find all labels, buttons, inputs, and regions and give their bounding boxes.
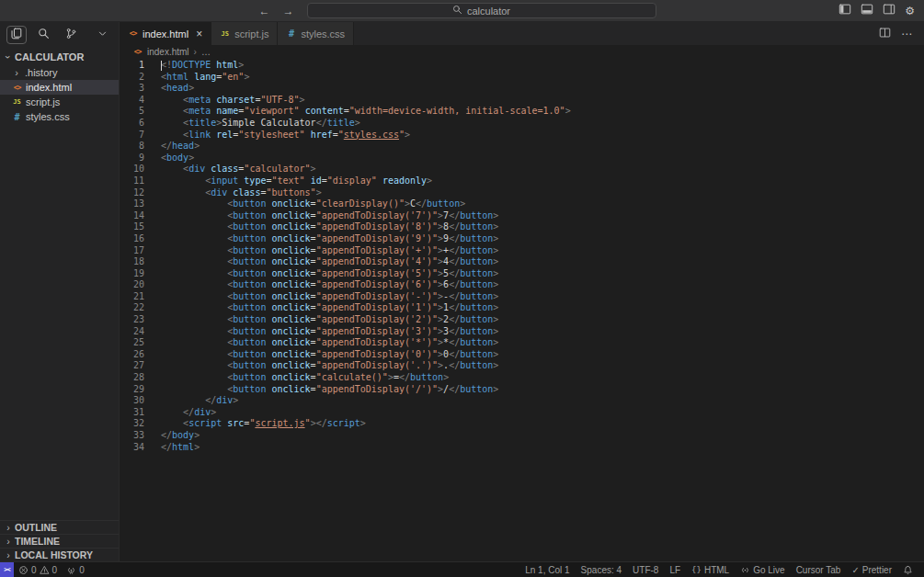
more-actions-icon[interactable]: ⋯ <box>901 28 913 40</box>
tab-index-html[interactable]: <> index.html × <box>120 22 211 45</box>
search-view-button[interactable] <box>34 26 54 44</box>
settings-gear-icon[interactable]: ⚙ <box>905 5 915 17</box>
code-line[interactable]: 28 <button onclick="calculate()">=</butt… <box>120 372 924 384</box>
language-mode-icon: {} <box>691 565 702 574</box>
chevron-right-icon: › <box>4 522 13 533</box>
code-line[interactable]: 20 <button onclick="appendToDisplay('6')… <box>120 279 924 291</box>
code-area[interactable]: 1<!DOCTYPE html>2<html lang="en">3<head>… <box>120 58 924 561</box>
code-line[interactable]: 33</body> <box>120 430 924 442</box>
code-line[interactable]: 10 <div class="calculator"> <box>120 164 924 175</box>
ports-indicator[interactable]: 0 <box>62 562 89 577</box>
tab-script-js[interactable]: JS script.js <box>211 22 278 45</box>
line-number: 18 <box>120 256 144 268</box>
line-number: 14 <box>120 210 144 222</box>
code-line[interactable]: 31 </div> <box>120 407 924 419</box>
code-line[interactable]: 18 <button onclick="appendToDisplay('4')… <box>120 256 924 268</box>
prettier-status[interactable]: ✓ Prettier <box>846 562 897 577</box>
tree-item-index-html[interactable]: <> index.html <box>0 80 119 95</box>
split-editor-icon[interactable] <box>879 26 891 42</box>
language-label: HTML <box>704 565 729 575</box>
code-line[interactable]: 27 <button onclick="appendToDisplay('.')… <box>120 360 924 372</box>
code-line[interactable]: 17 <button onclick="appendToDisplay('+')… <box>120 245 924 257</box>
close-icon[interactable]: × <box>196 28 202 40</box>
tabbar: <> index.html × JS script.js # styles.cs… <box>120 22 924 45</box>
code-line[interactable]: 16 <button onclick="appendToDisplay('9')… <box>120 233 924 245</box>
local-history-section[interactable]: › LOCAL HISTORY <box>0 548 119 561</box>
cursor-tab-toggle[interactable]: Cursor Tab <box>791 562 847 577</box>
warning-icon <box>40 565 50 575</box>
code-line[interactable]: 2<html lang="en"> <box>120 72 924 84</box>
tree-item-script-js[interactable]: JS script.js <box>0 95 119 109</box>
toggle-secondary-sidebar-icon[interactable] <box>883 3 895 19</box>
code-line[interactable]: 23 <button onclick="appendToDisplay('2')… <box>120 314 924 326</box>
activity-bar <box>0 23 119 46</box>
code-line[interactable]: 26 <button onclick="appendToDisplay('0')… <box>120 349 924 361</box>
language-mode[interactable]: {} HTML <box>686 562 735 577</box>
line-number: 9 <box>120 153 144 164</box>
explorer-view-button[interactable] <box>6 26 27 44</box>
encoding[interactable]: UTF-8 <box>627 562 664 577</box>
code-line[interactable]: 19 <button onclick="appendToDisplay('5')… <box>120 268 924 280</box>
code-line[interactable]: 15 <button onclick="appendToDisplay('8')… <box>120 221 924 233</box>
line-number: 29 <box>120 384 144 396</box>
tab-label: index.html <box>143 28 188 40</box>
forward-icon[interactable]: → <box>283 5 294 17</box>
code-line[interactable]: 7 <link rel="stylesheet" href="styles.cs… <box>120 130 924 141</box>
code-line[interactable]: 4 <meta charset="UTF-8"> <box>120 95 924 107</box>
editor-actions: ⋯ <box>879 22 924 45</box>
code-line[interactable]: 11 <input type="text" id="display" reado… <box>120 175 924 187</box>
code-line[interactable]: 8</head> <box>120 141 924 153</box>
code-line[interactable]: 24 <button onclick="appendToDisplay('3')… <box>120 326 924 338</box>
remote-indicator[interactable]: >< <box>0 562 14 577</box>
code-line[interactable]: 5 <meta name="viewport" content="width=d… <box>120 106 924 118</box>
code-line[interactable]: 21 <button onclick="appendToDisplay('-')… <box>120 291 924 303</box>
tree-item-history[interactable]: › .history <box>0 65 119 80</box>
chevron-down-icon <box>97 28 108 40</box>
code-line[interactable]: 29 <button onclick="appendToDisplay('/')… <box>120 384 924 396</box>
statusbar: >< 0 0 0 <box>0 561 924 577</box>
command-center-search[interactable]: calculator <box>307 3 656 18</box>
code-line[interactable]: 34</html> <box>120 442 924 454</box>
notifications-button[interactable] <box>897 562 918 577</box>
workbench: › CALCULATOR › .history <> index.html JS… <box>0 22 924 561</box>
code-line[interactable]: 6 <title>Simple Calculator</title> <box>120 118 924 130</box>
code-line[interactable]: 3<head> <box>120 83 924 95</box>
breadcrumb-item-file[interactable]: index.html <box>147 47 189 57</box>
cursor-position[interactable]: Ln 1, Col 1 <box>519 562 575 577</box>
eol-selector[interactable]: LF <box>664 562 686 577</box>
tab-styles-css[interactable]: # styles.css <box>278 22 354 45</box>
code-line[interactable]: 22 <button onclick="appendToDisplay('1')… <box>120 302 924 314</box>
chevron-right-icon: › <box>4 549 13 560</box>
additional-views-button[interactable] <box>92 26 112 44</box>
breadcrumb-item-symbol[interactable]: … <box>201 47 211 57</box>
code-line[interactable]: 12 <div class="buttons"> <box>120 187 924 199</box>
line-number: 3 <box>120 83 144 95</box>
statusbar-right: Ln 1, Col 1 Spaces: 4 UTF-8 LF {} HTML <box>519 562 924 577</box>
code-line[interactable]: 30 </div> <box>120 395 924 407</box>
timeline-section[interactable]: › TIMELINE <box>0 534 119 548</box>
source-control-view-button[interactable] <box>62 26 82 44</box>
problems-indicator[interactable]: 0 0 <box>14 562 62 577</box>
toggle-sidebar-icon[interactable] <box>838 3 851 19</box>
cursor-position-label: Ln 1, Col 1 <box>525 565 569 575</box>
back-icon[interactable]: ← <box>259 5 270 17</box>
breadcrumb-separator-icon: › <box>194 47 197 57</box>
go-live-button[interactable]: Go Live <box>735 562 790 577</box>
line-number: 17 <box>120 245 144 257</box>
code-line[interactable]: 13 <button onclick="clearDisplay()">C</b… <box>120 198 924 210</box>
chevron-right-icon: › <box>4 536 13 547</box>
outline-section[interactable]: › OUTLINE <box>0 520 119 534</box>
tree-item-styles-css[interactable]: # styles.css <box>0 109 119 124</box>
js-file-icon: JS <box>12 98 22 106</box>
line-number: 31 <box>120 407 144 419</box>
code-line[interactable]: 9<body> <box>120 153 924 164</box>
code-line[interactable]: 1<!DOCTYPE html> <box>120 60 924 72</box>
encoding-label: UTF-8 <box>633 565 658 575</box>
indentation[interactable]: Spaces: 4 <box>576 562 627 577</box>
code-line[interactable]: 32 <script src="script.js"></script> <box>120 418 924 430</box>
code-line[interactable]: 25 <button onclick="appendToDisplay('*')… <box>120 337 924 349</box>
explorer-section-header[interactable]: › CALCULATOR <box>0 50 119 64</box>
code-line[interactable]: 14 <button onclick="appendToDisplay('7')… <box>120 210 924 222</box>
toggle-panel-icon[interactable] <box>861 3 873 19</box>
file-name: script.js <box>26 96 60 107</box>
